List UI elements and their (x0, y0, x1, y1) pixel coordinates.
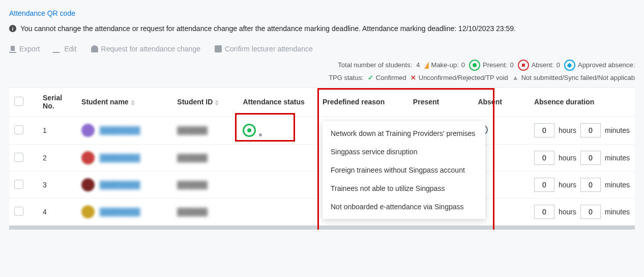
deadline-text: You cannot change the attendance or requ… (20, 24, 516, 33)
minutes-label: minutes (605, 181, 630, 189)
avatar (81, 124, 95, 137)
table-row: 2 ████████ ██████ hoursminutes (9, 145, 635, 172)
student-id: ██████ (177, 181, 208, 189)
export-button[interactable]: Export (9, 45, 40, 53)
minutes-input[interactable] (580, 123, 601, 137)
request-change-button[interactable]: Request for attendance change (91, 45, 200, 53)
reason-option[interactable]: Trainees not able to utilize Singpass (323, 179, 485, 198)
col-status: Attendance status (238, 88, 317, 117)
table-row: 3 ████████ ██████ hoursminutes (9, 172, 635, 199)
attendance-qr-link[interactable]: Attendance QR code (9, 9, 635, 17)
hours-input[interactable] (534, 151, 554, 165)
tpg-label: TPG status: (329, 72, 364, 85)
deadline-notice: i You cannot change the attendance or re… (9, 24, 635, 33)
minutes-label: minutes (605, 126, 630, 134)
info-icon: i (9, 25, 16, 32)
warn-icon: ▲ (512, 72, 519, 85)
hours-label: hours (559, 126, 576, 134)
reason-option[interactable]: Foreign trainees without Singpass accoun… (323, 161, 485, 179)
hours-input[interactable] (534, 123, 554, 137)
summary-counts: Total number of students: 4 Make-up:0 Pr… (9, 59, 635, 72)
row-checkbox[interactable] (14, 153, 23, 162)
makeup-value: 0 (461, 59, 465, 72)
serial-cell: 3 (38, 172, 76, 199)
minutes-input[interactable] (580, 151, 601, 165)
attendance-table: Serial No. Student name Student ID Atten… (9, 88, 635, 226)
x-icon: ✕ (411, 72, 416, 85)
serial-cell: 2 (38, 145, 76, 172)
present-icon (469, 60, 480, 71)
reason-option[interactable]: Network down at Training Providers' prem… (323, 124, 485, 143)
avatar (81, 151, 95, 164)
status-sub-icon (259, 133, 262, 136)
absent-icon (518, 60, 529, 71)
user-icon (91, 45, 98, 52)
serial-cell: 4 (38, 199, 76, 226)
table-row: 4 ████████ ██████ hoursminutes (9, 199, 635, 226)
col-id[interactable]: Student ID (177, 98, 213, 106)
minutes-input[interactable] (580, 178, 601, 192)
col-present: Present (408, 88, 473, 117)
export-label: Export (19, 45, 40, 53)
total-value: 4 (416, 59, 420, 72)
hours-label: hours (559, 208, 576, 216)
hours-label: hours (559, 181, 576, 189)
student-id: ██████ (177, 126, 208, 134)
makeup-label: Make-up: (431, 59, 459, 72)
absent-label: Absent: (532, 59, 554, 72)
tpg-notsubmitted: Not submitted/Sync failed/Not applicab (521, 72, 635, 85)
clipboard-icon (215, 45, 222, 52)
avatar (81, 178, 95, 191)
approved-absence-icon (564, 60, 575, 71)
total-label: Total number of students: (338, 59, 412, 72)
sort-icon[interactable] (131, 100, 135, 105)
hours-label: hours (559, 154, 576, 162)
col-serial: Serial No. (38, 88, 76, 117)
col-absent: Absent (473, 88, 529, 117)
check-icon: ✓ (368, 72, 373, 85)
avatar (81, 205, 95, 218)
request-label: Request for attendance change (101, 45, 200, 53)
export-icon (9, 45, 16, 53)
col-duration: Absence duration (529, 88, 635, 117)
row-checkbox[interactable] (14, 125, 23, 134)
student-id: ██████ (177, 154, 208, 162)
pencil-icon (53, 45, 63, 53)
present-label: Present: (483, 59, 507, 72)
sort-icon[interactable] (215, 100, 219, 105)
edit-label: Edit (64, 45, 76, 53)
col-name[interactable]: Student name (81, 98, 129, 106)
student-id: ██████ (177, 208, 208, 216)
row-checkbox[interactable] (14, 207, 23, 216)
minutes-label: minutes (605, 154, 630, 162)
tpg-legend: TPG status: ✓Confirmed ✕Unconfirmed/Reje… (9, 72, 635, 85)
minutes-input[interactable] (580, 205, 601, 219)
hours-input[interactable] (534, 205, 554, 219)
minutes-label: minutes (605, 208, 630, 216)
present-value: 0 (510, 59, 513, 72)
student-name[interactable]: ████████ (100, 126, 140, 134)
select-all-checkbox[interactable] (14, 97, 23, 106)
horizontal-scrollbar[interactable] (9, 226, 635, 230)
edit-button[interactable]: Edit (54, 45, 76, 53)
student-name[interactable]: ████████ (100, 208, 140, 216)
reason-option[interactable]: Not onboarded e-attendance via Singpass (323, 198, 485, 216)
confirm-lecturer-button[interactable]: Confirm lecturer attendance (215, 45, 313, 53)
row-checkbox[interactable] (14, 180, 23, 189)
attendance-status-present-icon (243, 124, 256, 137)
tpg-unconfirmed: Unconfirmed/Rejected/TP void (419, 72, 508, 85)
table-row: 1 ████████ ██████ None hoursminutes (9, 117, 635, 145)
predefined-reason-menu: Network down at Training Providers' prem… (323, 121, 485, 219)
col-reason: Predefined reason (317, 88, 408, 117)
reason-option[interactable]: Singpass service disruption (323, 143, 485, 161)
hours-input[interactable] (534, 178, 554, 192)
tpg-confirmed: Confirmed (376, 72, 406, 85)
student-name[interactable]: ████████ (100, 181, 140, 189)
absent-value: 0 (557, 59, 560, 72)
confirm-label: Confirm lecturer attendance (225, 45, 313, 53)
student-name[interactable]: ████████ (100, 154, 140, 162)
makeup-icon (424, 62, 429, 69)
serial-cell: 1 (38, 117, 76, 145)
approved-label: Approved absence: (578, 59, 635, 72)
